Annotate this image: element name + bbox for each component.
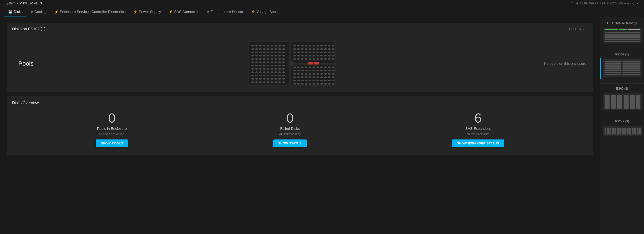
svg-rect-261 bbox=[622, 74, 640, 75]
svg-point-190 bbox=[328, 70, 331, 71]
svg-point-144 bbox=[332, 52, 335, 53]
svg-point-44 bbox=[267, 58, 269, 60]
sidebar-item-truenas[interactable] bbox=[600, 26, 644, 45]
sas-expanders-count: 6 bbox=[474, 112, 482, 125]
svg-point-182 bbox=[297, 70, 300, 71]
breadcrumb-system[interactable]: System bbox=[4, 1, 15, 5]
svg-point-120 bbox=[324, 45, 327, 47]
svg-point-199 bbox=[320, 73, 323, 75]
svg-point-233 bbox=[324, 83, 327, 85]
sidebar-divider-2 bbox=[600, 83, 644, 84]
tab-voltage-sensor[interactable]: ⚡ Voltage Sensor bbox=[247, 7, 285, 17]
svg-point-80 bbox=[267, 71, 269, 73]
tab-power-supply[interactable]: ⚡ Power Supply bbox=[129, 7, 165, 17]
svg-point-102 bbox=[282, 78, 285, 80]
svg-point-9 bbox=[271, 45, 273, 47]
svg-point-155 bbox=[332, 55, 335, 57]
svg-point-170 bbox=[293, 66, 296, 68]
svg-point-16 bbox=[263, 48, 266, 50]
svg-point-92 bbox=[278, 75, 281, 76]
svg-rect-169 bbox=[314, 62, 319, 64]
svg-point-25 bbox=[263, 52, 266, 53]
svg-point-181 bbox=[293, 70, 296, 71]
es60-label: ES60 (2) bbox=[600, 86, 644, 92]
svg-point-206 bbox=[305, 76, 308, 78]
svg-point-95 bbox=[255, 78, 258, 80]
show-pools-button[interactable]: SHOW POOLS bbox=[96, 139, 128, 147]
sidebar-item-es102[interactable] bbox=[600, 58, 644, 79]
svg-point-108 bbox=[271, 81, 273, 83]
edit-label-button[interactable]: EDIT LABEL bbox=[569, 27, 588, 31]
sas-expanders-label: SAS Expanders bbox=[465, 127, 491, 131]
svg-point-60 bbox=[259, 65, 262, 66]
svg-rect-284 bbox=[639, 128, 641, 135]
svg-point-83 bbox=[278, 71, 281, 73]
breadcrumb-current: View Enclosure bbox=[20, 1, 42, 5]
svg-point-45 bbox=[271, 58, 273, 60]
svg-point-220 bbox=[316, 80, 319, 81]
svg-point-61 bbox=[263, 65, 266, 66]
svg-point-50 bbox=[255, 61, 258, 63]
svg-point-107 bbox=[267, 81, 269, 83]
svg-rect-238 bbox=[619, 29, 627, 30]
svg-point-235 bbox=[332, 83, 335, 85]
sidebar-divider-1 bbox=[600, 49, 644, 49]
svg-point-123 bbox=[293, 48, 296, 50]
no-pools-message: No pools on this enclosure. bbox=[544, 61, 588, 66]
svg-point-185 bbox=[309, 70, 311, 71]
brand-text: TrueNAS ENTERPRISE® © 2020 - iXsystems, … bbox=[571, 2, 640, 5]
svg-point-14 bbox=[255, 48, 258, 50]
svg-point-85 bbox=[251, 75, 254, 76]
svg-point-40 bbox=[251, 58, 254, 60]
svg-point-140 bbox=[316, 52, 319, 53]
overview-title: Disks Overview bbox=[12, 101, 588, 105]
svg-rect-257 bbox=[622, 66, 640, 68]
tab-sas-connector[interactable]: ⚡ SAS Connector bbox=[165, 7, 203, 17]
es102-label: ES102 (1) bbox=[600, 52, 644, 58]
svg-point-22 bbox=[251, 52, 254, 53]
show-expander-status-button[interactable]: SHOW EXPANDER STATUS bbox=[452, 139, 504, 147]
svg-point-138 bbox=[309, 52, 311, 53]
failed-disks-label: Failed Disks bbox=[280, 127, 300, 131]
svg-point-96 bbox=[259, 78, 262, 80]
sidebar-section-truenas: TRUENAS-M50-HA (0) bbox=[600, 20, 644, 45]
svg-point-173 bbox=[305, 66, 308, 68]
svg-point-141 bbox=[320, 52, 323, 53]
sidebar-section-es60: ES60 (2) bbox=[600, 86, 644, 112]
svg-point-175 bbox=[312, 66, 315, 68]
svg-point-24 bbox=[259, 52, 262, 53]
svg-point-195 bbox=[305, 73, 308, 75]
svg-point-100 bbox=[274, 78, 277, 80]
main-layout: Disks on ES102 (1) EDIT LABEL Pools bbox=[0, 17, 644, 234]
svg-rect-249 bbox=[605, 66, 621, 68]
svg-point-184 bbox=[305, 70, 308, 71]
tab-disks[interactable]: 💾 Disks bbox=[4, 7, 26, 17]
svg-point-151 bbox=[316, 55, 319, 57]
tab-temperature-sensor[interactable]: ❄ Temperature Sensor bbox=[203, 7, 247, 17]
svg-point-86 bbox=[255, 75, 258, 76]
tab-cooling[interactable]: ❄ Cooling bbox=[26, 7, 50, 17]
svg-point-136 bbox=[301, 52, 304, 53]
stat-failed-disks: 0 Failed Disks All disks healthy SHOW ST… bbox=[273, 112, 307, 147]
svg-point-71 bbox=[267, 68, 269, 70]
svg-rect-278 bbox=[624, 128, 626, 135]
show-status-button[interactable]: SHOW STATUS bbox=[273, 139, 307, 147]
svg-point-132 bbox=[328, 48, 331, 50]
svg-point-32 bbox=[255, 55, 258, 57]
svg-rect-167 bbox=[290, 61, 293, 66]
tab-enclosure-services[interactable]: ⚡ Enclosure Services Controller Electron… bbox=[50, 7, 129, 17]
svg-point-69 bbox=[259, 68, 262, 70]
breadcrumb: System / View Enclosure bbox=[4, 1, 42, 5]
svg-rect-260 bbox=[622, 72, 640, 73]
svg-point-6 bbox=[259, 45, 262, 47]
svg-point-104 bbox=[255, 81, 258, 83]
svg-point-178 bbox=[324, 66, 327, 68]
sidebar-item-es24f[interactable] bbox=[600, 125, 644, 138]
svg-point-174 bbox=[309, 66, 311, 68]
svg-point-48 bbox=[282, 58, 285, 60]
sidebar-item-es60[interactable] bbox=[600, 92, 644, 112]
svg-point-125 bbox=[301, 48, 304, 50]
svg-point-133 bbox=[332, 48, 335, 50]
svg-point-129 bbox=[316, 48, 319, 50]
svg-point-121 bbox=[328, 45, 331, 47]
